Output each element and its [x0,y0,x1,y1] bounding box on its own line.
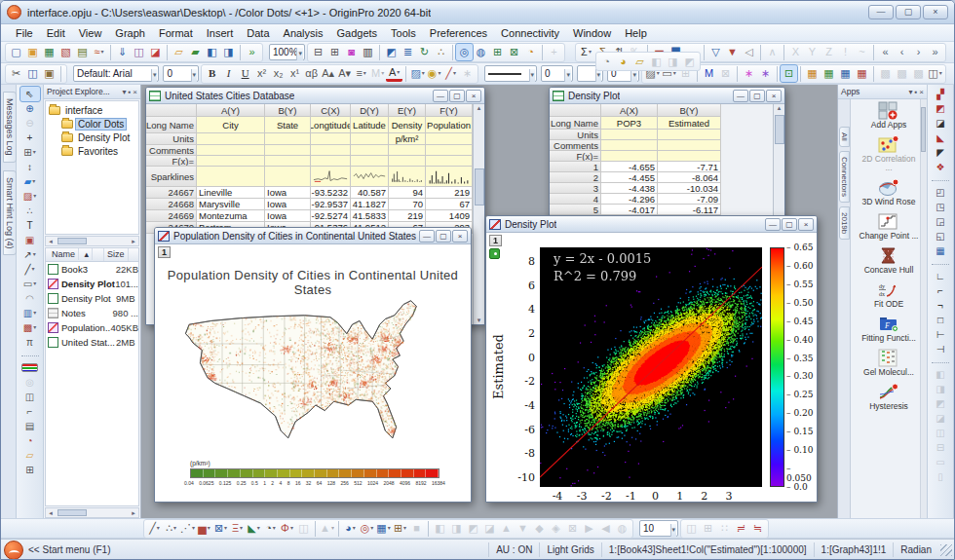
column-header[interactable]: D(Y) [351,104,389,117]
file-list-item[interactable]: United Stat... 2MB [46,335,138,350]
axis-frame-button[interactable]: □ [931,313,950,327]
data-cell[interactable]: Iowa [265,210,311,222]
tree-horizontal-scrollbar[interactable]: ◂ ▸ [45,236,139,246]
project-explorer-header[interactable]: Project Explore... ▾ ▪ × [44,85,140,99]
import-wizard-button[interactable]: ⇓ [114,44,131,60]
toolbar-separator[interactable] [542,45,543,60]
column-header[interactable]: B(Y) [658,104,721,117]
close-connection-button[interactable]: ◩ [681,54,698,70]
layer-grid-2-button[interactable]: ◲ [931,214,950,229]
save-project-button[interactable]: ◧ [204,44,220,60]
font-color-button[interactable]: A [386,66,402,82]
fx-cell[interactable] [197,156,265,167]
reminder-button[interactable]: ◔ [20,433,40,448]
vb-object-tool[interactable]: ▥ [20,306,40,320]
data-cell[interactable]: -4.438 [601,183,658,194]
data-cell[interactable]: -4.296 [601,194,658,205]
draw-points-button[interactable]: ❖ [931,160,950,174]
worksheet-button[interactable]: ▤ [20,419,40,433]
page-tab[interactable]: 1 [158,246,171,258]
close-button[interactable]: × [798,218,814,231]
data-cell[interactable]: -4.455 [601,172,658,183]
font-select[interactable]: Default: Arial [73,65,159,82]
recent-template-button[interactable]: ■ [408,520,425,537]
layer-inset-button[interactable]: ◱ [931,229,950,243]
new-matrix-sheet-button[interactable]: ⊠ [506,44,522,60]
new-workbook-button[interactable]: ▦ [41,44,57,60]
hide-mask-button[interactable]: ◤ [931,145,950,160]
extract-layer-button[interactable]: ⌐ [20,404,40,419]
import-database-button[interactable]: ◨ [665,54,681,70]
data-cell[interactable]: -92.9537 [311,199,351,210]
mask-point-button[interactable]: ∗ [741,65,757,82]
save-template-button[interactable]: ◨ [220,44,237,60]
comments-cell[interactable] [426,145,473,156]
comments-cell[interactable] [265,145,311,156]
new-matrix-button[interactable]: ▤ [74,44,91,60]
data-cell[interactable]: 219 [426,187,473,199]
tree-item[interactable]: Favorites [61,144,138,158]
zoom-all-button[interactable]: ◎ [456,44,473,60]
fx-cell[interactable] [389,156,426,167]
toolbar-separator[interactable] [405,66,406,82]
row-header[interactable]: 2 [550,172,601,183]
data-cell[interactable]: -92.5274 [311,210,351,222]
app-red-button[interactable]: ▦ [854,65,870,82]
insert-graph-tool[interactable]: ▩ [20,320,40,335]
axis-left-button[interactable]: ∟ [931,269,950,283]
plot-setup-button[interactable]: ◎ [20,375,40,390]
import-button[interactable]: ◫ [131,44,147,60]
annotation-tool[interactable]: ▣ [20,233,40,247]
scatter-title-bar[interactable]: Density Plot — ▢ × [486,216,817,233]
open-folder-tool[interactable]: ▱ [20,448,40,463]
mask-data-button[interactable]: ◩ [931,101,950,116]
toolbar-separator[interactable] [428,521,429,537]
sparkline-latitude[interactable] [351,167,389,187]
unmask-data-button[interactable]: ◪ [931,116,950,131]
row-label[interactable]: Sparklines [146,167,197,187]
layer-overlay-button[interactable]: ◳ [931,200,950,214]
lock-scale-button[interactable]: ◆ [531,520,548,537]
data-cell[interactable]: -4.017 [601,205,658,215]
toolbar-separator[interactable] [800,66,801,82]
line-plot-button[interactable]: ╱ [146,520,163,537]
column-header-size[interactable]: Size [104,248,129,261]
apps-tab-2019b[interactable]: 2019b [839,206,850,240]
file-list-item[interactable]: Population... 405KB [46,320,138,335]
corner-cell[interactable] [550,104,601,117]
menu-item[interactable]: Graph [108,26,152,40]
file-list-item[interactable]: Book3 22KB [46,262,138,277]
menu-item[interactable]: Edit [40,26,72,40]
app-2d-correlation[interactable]: 2D Correlation ... [858,135,920,172]
long-name-cell[interactable]: Longtitude [311,117,351,133]
alignment-button[interactable]: ≡ [353,65,369,82]
comments-cell[interactable] [658,140,721,151]
multi-panel-plot-button[interactable]: ▦ [375,520,392,537]
comments-cell[interactable] [601,140,658,151]
toolbar-separator[interactable] [338,521,339,537]
fx-cell[interactable] [426,156,473,167]
preview-import-button[interactable]: ◧ [648,54,665,70]
restore-button[interactable]: ▢ [896,5,921,19]
units-cell[interactable] [658,130,721,140]
data-cell[interactable]: 94 [389,187,426,199]
add-object-button[interactable]: + [546,44,562,60]
sql-editor-button[interactable]: ◔ [598,54,615,70]
unmask-point-button[interactable]: ∗ [757,65,774,82]
column-header[interactable]: F(Y) [426,104,473,117]
minimize-button[interactable]: — [433,90,448,102]
column-header[interactable]: A(X) [601,104,658,117]
panel-close-icon[interactable]: × [133,88,137,96]
scatter-plot-area[interactable]: y = 2x - 0.0015 R^2 = 0.799 [540,247,762,487]
panel-menu-icon[interactable]: ▾ [122,88,126,96]
map-graph-page[interactable]: 1 Population Density of Cities in Contin… [155,244,471,502]
add-layer-button[interactable]: ◫ [20,390,40,404]
copy-button[interactable]: ◫ [24,65,41,82]
app-add-apps[interactable]: Add Apps [858,101,920,130]
data-cell[interactable]: -7.09 [658,194,721,205]
restore-button[interactable]: ▢ [436,230,451,243]
column-header[interactable]: A(Y) [197,104,265,117]
minimize-button[interactable]: — [419,230,435,243]
data-cell[interactable]: Montezuma [197,210,265,222]
row-header[interactable]: 4 [550,194,601,205]
